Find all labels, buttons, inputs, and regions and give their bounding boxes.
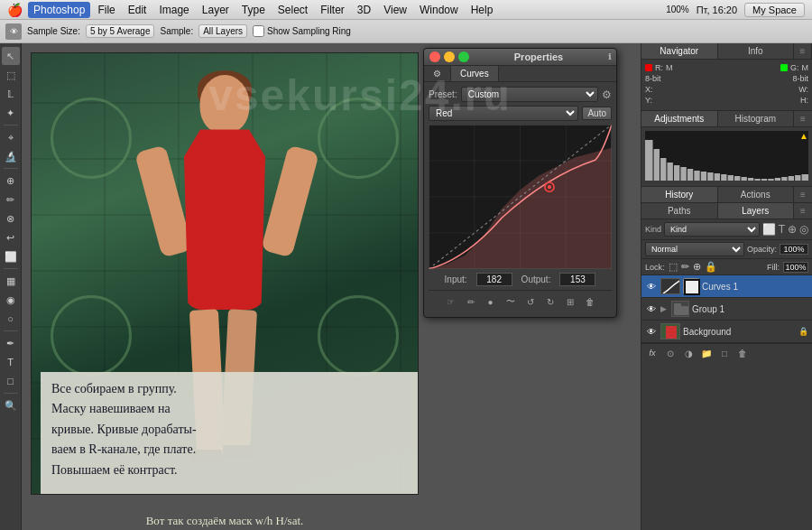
svg-point-10 xyxy=(548,185,551,189)
adjustment-button[interactable]: ◑ xyxy=(681,347,696,359)
layer-kind-select[interactable]: Kind xyxy=(664,222,760,237)
menu-image[interactable]: Image xyxy=(153,2,194,18)
preset-menu-icon[interactable]: ⚙ xyxy=(602,88,612,101)
hist-tab-actions[interactable]: Actions xyxy=(718,187,795,202)
crop-tool[interactable]: ⌖ xyxy=(2,128,20,146)
panel-menu-icon[interactable]: ≡ xyxy=(794,43,812,59)
layer-group1[interactable]: 👁 ▶ Group 1 xyxy=(641,298,812,321)
nav-tab-navigator[interactable]: Navigator xyxy=(641,43,718,59)
history-menu-icon[interactable]: ≡ xyxy=(794,187,812,202)
zoom-tool[interactable]: 🔍 xyxy=(2,396,20,414)
blend-mode-select[interactable]: Normal xyxy=(645,242,744,256)
move-tool[interactable]: ↖ xyxy=(2,47,20,65)
folder-button[interactable]: 📁 xyxy=(699,347,714,359)
pencil-icon[interactable]: ✏ xyxy=(464,294,478,309)
curves-bottom-row: ☞ ✏ ● 〜 ↺ ↻ ⊞ 🗑 xyxy=(429,290,612,312)
point-icon[interactable]: ● xyxy=(484,294,498,309)
text-tool[interactable]: T xyxy=(2,353,20,371)
hand-icon[interactable]: ☞ xyxy=(444,294,458,309)
delete-icon[interactable]: 🗑 xyxy=(583,294,597,309)
lasso-tool[interactable]: 𝕃 xyxy=(2,85,20,103)
menu-photoshop[interactable]: Photoshop xyxy=(28,2,90,18)
new-layer-button[interactable]: □ xyxy=(717,347,732,359)
pl-tab-layers[interactable]: Layers xyxy=(718,203,795,219)
fx-button[interactable]: fx xyxy=(645,347,660,359)
marquee-tool[interactable]: ⬚ xyxy=(2,66,20,84)
smooth-icon[interactable]: 〜 xyxy=(503,294,518,309)
hist-tab-history[interactable]: History xyxy=(641,187,718,202)
brush-tool[interactable]: ✏ xyxy=(2,191,20,209)
menu-3d[interactable]: 3D xyxy=(352,2,376,18)
menu-filter[interactable]: Filter xyxy=(315,2,350,18)
eye-icon-background[interactable]: 👁 xyxy=(645,325,658,338)
menu-file[interactable]: File xyxy=(92,2,120,18)
layers-menu-icon[interactable]: ≡ xyxy=(794,203,812,219)
layer-background[interactable]: 👁 Background 🔒 xyxy=(641,321,812,343)
add-mask-button[interactable]: ⊙ xyxy=(663,347,678,359)
menu-layer[interactable]: Layer xyxy=(197,2,235,18)
adj-tab-adjustments[interactable]: Adjustments xyxy=(641,111,718,126)
input-value[interactable] xyxy=(476,273,512,286)
sample-size-select[interactable]: 5 by 5 Average xyxy=(86,24,155,38)
curves-graph[interactable] xyxy=(429,125,612,269)
refresh-icon[interactable]: ↻ xyxy=(543,294,558,309)
shape-tool[interactable]: □ xyxy=(2,372,20,390)
panel-info-icon[interactable]: ℹ xyxy=(608,52,611,61)
quick-select-tool[interactable]: ✦ xyxy=(2,104,20,122)
nav-tab-info[interactable]: Info xyxy=(718,43,795,59)
blur-tool[interactable]: ◉ xyxy=(2,291,20,309)
eyedropper-tool[interactable]: 🔬 xyxy=(2,147,20,165)
pl-tab-paths[interactable]: Paths xyxy=(641,203,718,219)
svg-rect-33 xyxy=(781,177,787,181)
channel-select[interactable]: Red Green Blue RGB xyxy=(429,106,578,121)
panel-zoom-btn[interactable] xyxy=(458,51,469,62)
pen-tool[interactable]: ✒ xyxy=(2,334,20,352)
fill-input[interactable] xyxy=(783,262,808,273)
panel-close-btn[interactable] xyxy=(429,51,440,62)
zoom-level: 100% xyxy=(666,5,689,14)
expand-icon-group1[interactable]: ▶ xyxy=(660,304,667,313)
heal-tool[interactable]: ⊕ xyxy=(2,172,20,190)
show-ring-checkbox[interactable] xyxy=(253,25,264,37)
curves-tab-curves[interactable]: Curves xyxy=(451,66,499,81)
svg-rect-14 xyxy=(654,149,660,181)
gradient-tool[interactable]: ▦ xyxy=(2,272,20,290)
adj-menu-icon[interactable]: ≡ xyxy=(794,111,812,126)
layer-curves1[interactable]: 👁 Curves 1 xyxy=(641,275,812,298)
kind-icon-3: ⊕ xyxy=(788,223,797,236)
preset-select[interactable]: Custom xyxy=(461,87,598,102)
output-value[interactable] xyxy=(559,273,595,286)
right-panel: Navigator Info ≡ R: M G: M 8-bit xyxy=(641,43,812,530)
menu-type[interactable]: Type xyxy=(236,2,271,18)
dodge-tool[interactable]: ○ xyxy=(2,310,20,328)
eye-icon-group1[interactable]: 👁 xyxy=(645,302,658,315)
left-toolbar: ↖ ⬚ 𝕃 ✦ ⌖ 🔬 ⊕ ✏ ⊗ ↩ ⬜ ▦ ◉ ○ ✒ T □ 🔍 xyxy=(0,43,22,530)
menu-edit[interactable]: Edit xyxy=(123,2,152,18)
reset-icon[interactable]: ↺ xyxy=(523,294,538,309)
clip-icon[interactable]: ⊞ xyxy=(563,294,577,309)
adj-tab-histogram[interactable]: Histogram xyxy=(718,111,795,126)
curves-tab-props[interactable]: ⚙ xyxy=(424,66,451,81)
eyedropper-tool-icon[interactable]: 👁 xyxy=(5,23,22,40)
sample-layers-select[interactable]: All Layers xyxy=(198,24,247,38)
eye-icon-curves1[interactable]: 👁 xyxy=(645,280,658,293)
lock-transparent-icon[interactable]: ⬚ xyxy=(669,261,678,273)
delete-layer-button[interactable]: 🗑 xyxy=(735,347,750,359)
panel-minimize-btn[interactable] xyxy=(444,51,455,62)
eraser-tool[interactable]: ⬜ xyxy=(2,247,20,265)
workspace-button[interactable]: My Space xyxy=(744,3,805,17)
opacity-input[interactable] xyxy=(780,244,808,255)
auto-button[interactable]: Auto xyxy=(582,107,612,120)
lock-paint-icon[interactable]: ✏ xyxy=(681,261,689,273)
lock-all-icon[interactable]: 🔒 xyxy=(705,261,717,273)
lock-move-icon[interactable]: ⊕ xyxy=(693,261,701,273)
menu-window[interactable]: Window xyxy=(414,2,464,18)
history-brush[interactable]: ↩ xyxy=(2,228,20,246)
info-nav-tabs: Navigator Info ≡ xyxy=(641,43,812,60)
apple-menu[interactable]: 🍎 xyxy=(7,3,23,17)
clone-tool[interactable]: ⊗ xyxy=(2,209,20,228)
menu-select[interactable]: Select xyxy=(272,2,313,18)
menu-view[interactable]: View xyxy=(378,2,412,18)
panel-titlebar[interactable]: Properties ℹ xyxy=(424,49,616,66)
menu-help[interactable]: Help xyxy=(466,2,499,18)
